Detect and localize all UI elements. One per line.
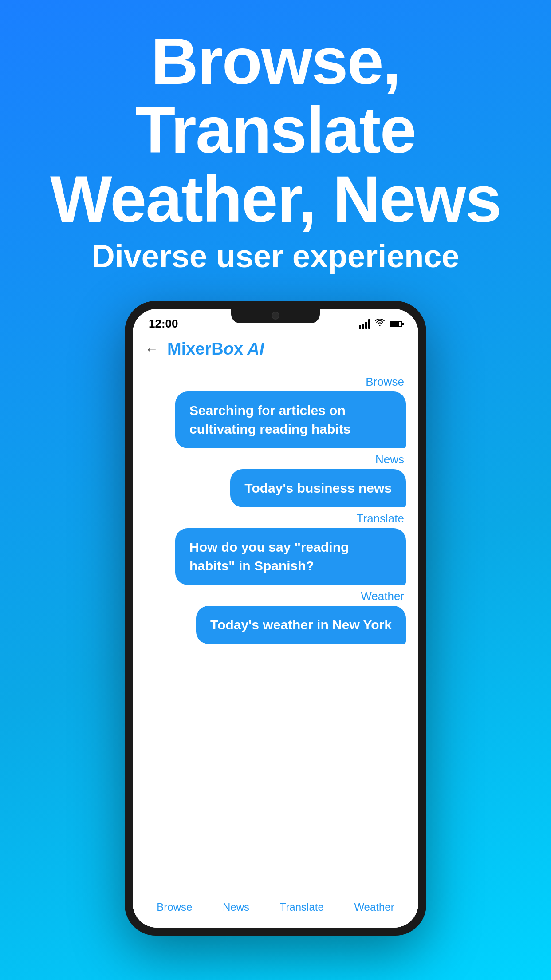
chat-area: Browse Searching for articles on cultiva… bbox=[133, 366, 418, 889]
chat-section-browse: Browse Searching for articles on cultiva… bbox=[145, 375, 406, 448]
chat-bubble-news: Today's business news bbox=[230, 469, 406, 507]
app-header: ← MixerBox AI bbox=[133, 335, 418, 366]
signal-bar-2 bbox=[362, 324, 364, 329]
app-logo: MixerBox AI bbox=[167, 340, 264, 359]
hero-section: Browse,TranslateWeather, News Diverse us… bbox=[0, 0, 551, 288]
tab-news[interactable]: News bbox=[214, 897, 258, 917]
tab-bar: Browse News Translate Weather bbox=[133, 889, 418, 928]
battery-icon bbox=[390, 321, 402, 327]
chat-bubble-browse: Searching for articles on cultivating re… bbox=[175, 391, 406, 448]
chat-label-news: News bbox=[375, 453, 406, 466]
hero-subtitle: Diverse user experience bbox=[18, 238, 533, 274]
phone-mockup: 12:00 bbox=[125, 301, 426, 936]
chat-label-browse: Browse bbox=[366, 375, 406, 389]
status-time: 12:00 bbox=[149, 317, 178, 331]
signal-icon bbox=[359, 319, 370, 329]
phone-container: 12:00 bbox=[0, 301, 551, 936]
back-button[interactable]: ← bbox=[145, 342, 158, 357]
signal-bar-4 bbox=[368, 319, 370, 329]
signal-bar-1 bbox=[359, 325, 361, 329]
status-icons bbox=[359, 319, 402, 329]
tab-translate[interactable]: Translate bbox=[271, 897, 333, 917]
chat-bubble-weather: Today's weather in New York bbox=[196, 606, 406, 644]
chat-section-weather: Weather Today's weather in New York bbox=[145, 589, 406, 644]
app-logo-text: MixerB bbox=[167, 340, 224, 358]
tab-browse[interactable]: Browse bbox=[148, 897, 201, 917]
phone-screen: 12:00 bbox=[133, 309, 418, 928]
wifi-icon bbox=[375, 319, 385, 329]
tab-weather[interactable]: Weather bbox=[345, 897, 403, 917]
chat-section-translate: Translate How do you say "reading habits… bbox=[145, 512, 406, 585]
app-logo-ai: AI bbox=[243, 340, 264, 358]
battery-fill bbox=[391, 322, 399, 326]
chat-section-news: News Today's business news bbox=[145, 453, 406, 507]
chat-bubble-translate: How do you say "reading habits" in Spani… bbox=[175, 528, 406, 585]
phone-camera bbox=[272, 312, 279, 320]
signal-bar-3 bbox=[365, 322, 367, 329]
hero-title: Browse,TranslateWeather, News bbox=[18, 27, 533, 233]
chat-label-weather: Weather bbox=[361, 589, 406, 603]
app-logo-o: o bbox=[224, 340, 234, 358]
chat-label-translate: Translate bbox=[357, 512, 406, 526]
app-logo-x: x bbox=[234, 340, 243, 358]
